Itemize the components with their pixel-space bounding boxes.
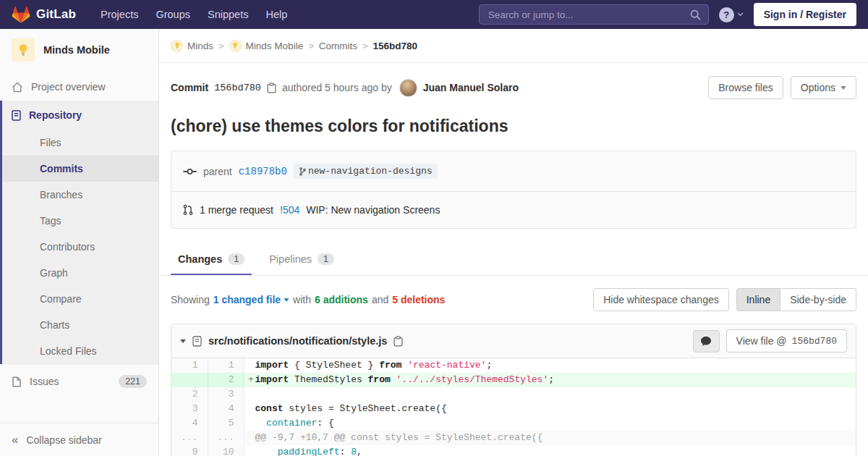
document-icon — [12, 110, 21, 121]
diff-line: 34 const styles = StyleSheet.create({ — [171, 402, 856, 416]
diff-line: 45 container: { — [171, 416, 856, 431]
line-number-old[interactable]: 9 — [171, 445, 208, 456]
view-file-button[interactable]: View file @ 156bd780 — [726, 329, 847, 352]
line-number-new[interactable]: 3 — [208, 387, 244, 402]
parent-sha-link[interactable]: c18978b0 — [239, 166, 287, 177]
nav-link-snippets[interactable]: Snippets — [208, 9, 248, 20]
tab-pipelines[interactable]: Pipelines 1 — [262, 245, 341, 275]
tab-changes[interactable]: Changes 1 — [171, 245, 252, 275]
toggle-comments-button[interactable] — [693, 330, 720, 352]
project-name: Minds Mobile — [43, 44, 110, 56]
sidebar-item-label: Issues — [30, 376, 59, 387]
sidebar-item-contributors[interactable]: Contributors — [2, 234, 158, 260]
sidebar-item-graph[interactable]: Graph — [2, 260, 158, 286]
sidebar-item-project-overview[interactable]: Project overview — [0, 73, 158, 101]
home-icon — [12, 82, 23, 93]
sidebar-item-files[interactable]: Files — [2, 130, 158, 156]
sidebar-section-repository: Repository FilesCommitsBranchesTagsContr… — [0, 101, 158, 364]
author-name[interactable]: Juan Manuel Solaro — [423, 82, 519, 93]
diff-code: @@ -9,7 +10,7 @@ const styles = StyleShe… — [244, 431, 856, 445]
commit-icon — [183, 166, 197, 177]
deletions-count: 5 deletions — [392, 294, 445, 305]
search-input[interactable] — [487, 9, 690, 21]
line-number-new[interactable]: 2 — [208, 373, 244, 387]
branch-badge[interactable]: new-navigation-designs — [294, 164, 438, 179]
parent-label: parent — [203, 166, 232, 177]
collapse-file-caret-icon[interactable] — [180, 339, 186, 343]
line-number-new[interactable]: ... — [208, 431, 244, 445]
line-number-old[interactable]: 1 — [171, 358, 208, 373]
sidebar-item-tags[interactable]: Tags — [2, 208, 158, 234]
sidebar-item-locked-files[interactable]: Locked Files — [2, 338, 158, 364]
commit-header: Commit 156bd780 authored 5 hours ago by … — [159, 63, 868, 99]
diff-line: 910 paddingLeft: 8, — [171, 445, 856, 456]
file-path[interactable]: src/notifications/notification/style.js — [208, 335, 387, 347]
line-number-new[interactable]: 10 — [208, 445, 244, 456]
breadcrumb-separator: > — [308, 41, 314, 51]
project-header[interactable]: Minds Mobile — [0, 29, 158, 73]
mr-id-link[interactable]: !504 — [280, 204, 299, 216]
breadcrumb-item-minds[interactable]: Minds — [171, 40, 213, 52]
author-avatar[interactable] — [399, 79, 417, 97]
diff-line: 2+import ThemedStyles from '../../styles… — [171, 373, 856, 387]
project-avatar — [12, 38, 35, 62]
sign-in-button[interactable]: Sign in / Register — [754, 3, 856, 26]
pipelines-count-badge: 1 — [318, 253, 334, 265]
line-number-old[interactable]: 4 — [171, 416, 208, 431]
line-number-new[interactable]: 5 — [208, 416, 244, 431]
sidebar-item-charts[interactable]: Charts — [2, 312, 158, 338]
branch-icon — [299, 167, 306, 176]
nav-link-groups[interactable]: Groups — [156, 9, 190, 20]
sidebar-item-compare[interactable]: Compare — [2, 286, 158, 312]
mr-title: WIP: New navigation Screens — [306, 204, 440, 216]
options-dropdown-button[interactable]: Options — [791, 76, 856, 99]
diff-code: paddingLeft: 8, — [244, 445, 856, 456]
nav-link-projects[interactable]: Projects — [101, 9, 138, 20]
line-number-old[interactable]: 2 — [171, 387, 208, 402]
chevron-down-icon — [737, 12, 744, 17]
diff-file-card: src/notifications/notification/style.js … — [171, 324, 856, 456]
double-chevron-left-icon: « — [12, 434, 18, 446]
sidebar-item-repository[interactable]: Repository — [2, 101, 158, 130]
sidebar-item-branches[interactable]: Branches — [2, 182, 158, 208]
line-number-new[interactable]: 4 — [208, 402, 244, 416]
help-icon: ? — [719, 7, 734, 22]
authored-text: authored 5 hours ago by — [282, 82, 392, 93]
search-box[interactable] — [479, 4, 709, 25]
line-number-new[interactable]: 1 — [208, 358, 244, 373]
collapse-sidebar-label: Collapse sidebar — [26, 434, 101, 446]
line-number-old[interactable]: ... — [171, 431, 208, 445]
group-avatar — [171, 40, 183, 52]
breadcrumb-separator: > — [218, 41, 224, 51]
diff-line: 23 — [171, 387, 856, 402]
collapse-sidebar-button[interactable]: « Collapse sidebar — [0, 423, 158, 456]
sidebar-item-commits[interactable]: Commits — [2, 156, 158, 182]
gitlab-tanuki-icon — [12, 6, 30, 24]
breadcrumb-item-commits[interactable]: Commits — [319, 41, 357, 51]
diff-file-header: src/notifications/notification/style.js … — [171, 324, 856, 358]
copy-file-path-icon[interactable] — [393, 336, 403, 347]
hide-whitespace-button[interactable]: Hide whitespace changes — [593, 288, 729, 311]
help-menu[interactable]: ? — [719, 7, 744, 22]
brand-name: GitLab — [36, 7, 76, 22]
copy-sha-icon[interactable] — [267, 83, 276, 93]
search-icon[interactable] — [690, 9, 701, 20]
browse-files-button[interactable]: Browse files — [708, 76, 783, 99]
inline-view-button[interactable]: Inline — [736, 288, 780, 311]
sidebar-item-label: Repository — [29, 109, 82, 121]
commit-sha: 156bd780 — [214, 83, 261, 93]
parent-commit-row: parent c18978b0 new-navigation-designs — [171, 151, 856, 191]
sidebar-item-issues[interactable]: Issues 221 — [0, 364, 158, 398]
additions-count: 6 additions — [315, 294, 368, 305]
changed-files-dropdown[interactable]: 1 changed file — [213, 294, 289, 305]
gitlab-logo[interactable]: GitLab — [12, 6, 76, 24]
line-number-old[interactable]: 3 — [171, 402, 208, 416]
diff-summary-bar: Showing 1 changed file with 6 additions … — [159, 276, 868, 324]
nav-link-help[interactable]: Help — [265, 9, 287, 20]
project-sidebar: Minds Mobile Project overview Repository… — [0, 29, 159, 456]
side-by-side-view-button[interactable]: Side-by-side — [780, 288, 856, 311]
comment-icon — [700, 336, 712, 347]
line-number-old[interactable] — [171, 373, 208, 387]
merge-request-icon — [183, 204, 193, 216]
breadcrumb-item-minds-mobile[interactable]: Minds Mobile — [229, 40, 304, 52]
